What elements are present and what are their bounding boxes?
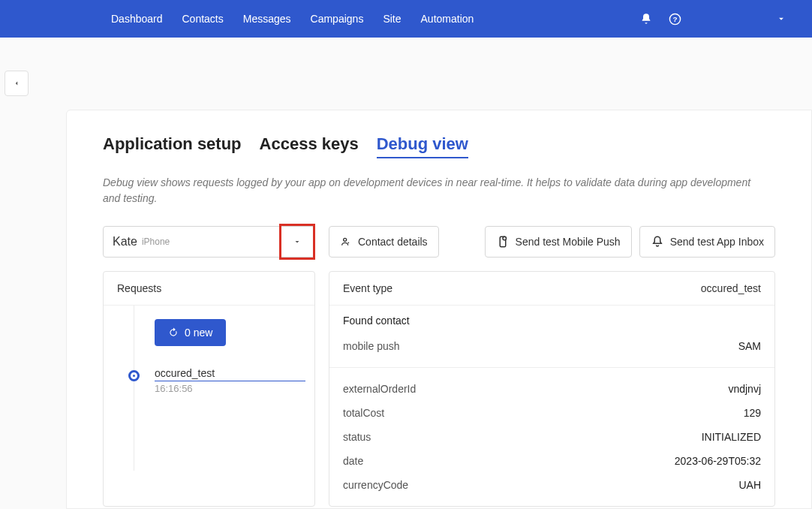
tab-application-setup[interactable]: Application setup <box>103 134 242 158</box>
debug-description: Debug view shows requests logged by your… <box>103 175 771 206</box>
device-subtype: iPhone <box>142 236 170 247</box>
event-type-value: occured_test <box>701 282 761 294</box>
requests-header-label: Requests <box>117 282 161 294</box>
request-marker-icon <box>128 370 140 381</box>
request-item[interactable]: occured_test 16:16:56 <box>126 367 305 394</box>
refresh-icon <box>168 327 179 338</box>
svg-point-2 <box>344 238 347 241</box>
details-panel: Event type occured_test Found contact mo… <box>329 271 775 507</box>
tab-access-keys[interactable]: Access keys <box>260 134 359 158</box>
refresh-new-button[interactable]: 0 new <box>155 319 226 346</box>
chevron-down-icon <box>293 237 302 246</box>
contact-icon <box>340 236 352 248</box>
request-title: occured_test <box>155 367 305 381</box>
requests-header: Requests <box>104 272 314 306</box>
new-count-label: 0 new <box>185 327 212 339</box>
svg-text:?: ? <box>672 15 677 23</box>
controls-row: Kate iPhone Contact details Send test Mo… <box>103 226 775 258</box>
found-contact-row: mobile push SAM <box>343 334 761 358</box>
nav-automation[interactable]: Automation <box>421 13 474 25</box>
nav-dashboard[interactable]: Dashboard <box>111 13 163 25</box>
event-type-row: Event type occured_test <box>329 272 774 306</box>
found-contact-section: Found contact mobile push SAM <box>329 306 774 368</box>
param-key: status <box>343 431 371 443</box>
param-row: date 2023-06-29T05:32 <box>343 449 761 473</box>
found-contact-value: SAM <box>738 340 761 352</box>
request-time: 16:16:56 <box>155 383 305 394</box>
contact-details-label: Contact details <box>358 236 428 248</box>
param-value: UAH <box>738 479 761 491</box>
param-value: vndjnvj <box>728 383 761 395</box>
param-value: 2023-06-29T05:32 <box>675 455 761 467</box>
event-type-label: Event type <box>343 282 392 294</box>
collapse-sidebar-button[interactable] <box>5 71 29 96</box>
top-nav: Dashboard Contacts Messages Campaigns Si… <box>0 0 812 38</box>
device-name: Kate <box>113 235 137 248</box>
help-icon[interactable]: ? <box>666 11 683 27</box>
device-dropdown-highlight[interactable] <box>279 224 315 260</box>
send-test-app-inbox-button[interactable]: Send test App Inbox <box>639 226 775 258</box>
requests-panel: Requests 0 new occured_test 16:16:56 <box>103 271 315 507</box>
send-inbox-label: Send test App Inbox <box>670 236 764 248</box>
device-selector[interactable]: Kate iPhone <box>103 226 315 258</box>
param-key: totalCost <box>343 407 384 419</box>
page-tabs: Application setup Access keys Debug view <box>103 134 775 158</box>
send-push-label: Send test Mobile Push <box>516 236 621 248</box>
svg-point-3 <box>347 242 349 243</box>
tab-debug-view[interactable]: Debug view <box>377 134 468 158</box>
param-row: externalOrderId vndjnvj <box>343 377 761 401</box>
params-section: externalOrderId vndjnvj totalCost 129 st… <box>329 368 774 506</box>
nav-site[interactable]: Site <box>383 13 401 25</box>
found-contact-label: Found contact <box>343 315 761 327</box>
chevron-down-icon[interactable] <box>773 11 789 27</box>
inbox-bell-icon <box>651 235 664 248</box>
send-test-mobile-push-button[interactable]: Send test Mobile Push <box>485 226 632 258</box>
param-key: date <box>343 455 363 467</box>
nav-contacts[interactable]: Contacts <box>182 13 224 25</box>
found-contact-key: mobile push <box>343 340 400 352</box>
param-value: INITIALIZED <box>702 431 761 443</box>
param-key: externalOrderId <box>343 383 416 395</box>
param-value: 129 <box>744 407 761 419</box>
param-row: status INITIALIZED <box>343 425 761 449</box>
param-row: currencyCode UAH <box>343 473 761 497</box>
bell-icon[interactable] <box>638 11 654 27</box>
param-key: currencyCode <box>343 479 408 491</box>
nav-campaigns[interactable]: Campaigns <box>311 13 364 25</box>
mobile-push-icon <box>496 235 510 248</box>
svg-point-5 <box>503 236 507 240</box>
main-card: Application setup Access keys Debug view… <box>66 110 812 509</box>
nav-messages[interactable]: Messages <box>243 13 291 25</box>
contact-details-button[interactable]: Contact details <box>329 226 439 258</box>
param-row: totalCost 129 <box>343 401 761 425</box>
